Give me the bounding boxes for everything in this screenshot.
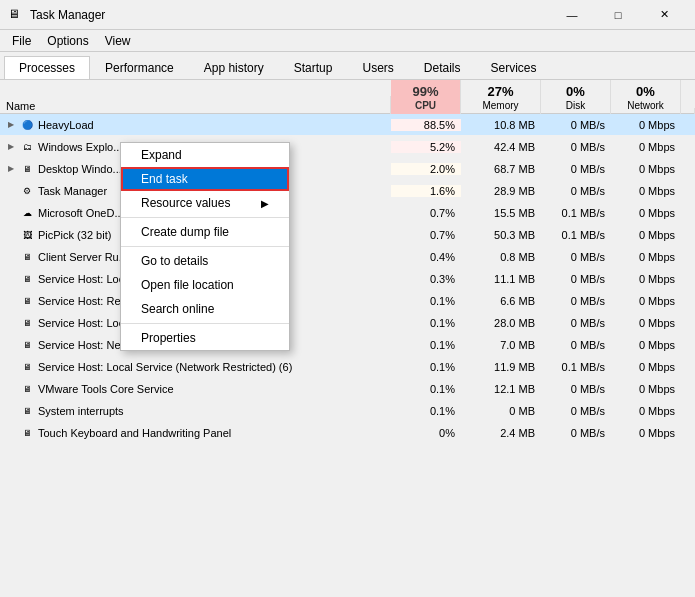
tab-services[interactable]: Services — [476, 56, 552, 79]
cpu-value: 0.1% — [391, 361, 461, 373]
memory-value: 12.1 MB — [461, 383, 541, 395]
expand-icon[interactable] — [6, 384, 16, 394]
process-name-label: Windows Explo... — [38, 141, 122, 153]
expand-icon[interactable]: ▶ — [6, 164, 16, 174]
expand-icon[interactable] — [6, 186, 16, 196]
app-icon: 🖥 — [8, 7, 24, 23]
col-disk[interactable]: 0% Disk — [541, 80, 611, 116]
maximize-button[interactable]: □ — [595, 0, 641, 30]
table-row[interactable]: ▶ 🖥 Desktop Windo... 2.0% 68.7 MB 0 MB/s… — [0, 158, 695, 180]
memory-value: 10.8 MB — [461, 119, 541, 131]
expand-icon[interactable] — [6, 274, 16, 284]
table-row[interactable]: 🖼 PicPick (32 bit) 0.7% 50.3 MB 0.1 MB/s… — [0, 224, 695, 246]
expand-icon[interactable]: ▶ — [6, 120, 16, 130]
process-icon: 🖥 — [20, 426, 34, 440]
ctx-go-to-details-label: Go to details — [141, 254, 208, 268]
menu-view[interactable]: View — [97, 32, 139, 50]
table-row[interactable]: 🖥 Service Host: Remote Procedure Call (2… — [0, 290, 695, 312]
table-row[interactable]: 🖥 System interrupts 0.1% 0 MB 0 MB/s 0 M… — [0, 400, 695, 422]
expand-icon[interactable] — [6, 362, 16, 372]
col-network[interactable]: 0% Network — [611, 80, 681, 116]
window-title: Task Manager — [30, 8, 549, 22]
process-icon: 🔵 — [20, 118, 34, 132]
table-row[interactable]: 🖥 Service Host: Local Service (Network R… — [0, 356, 695, 378]
process-name-label: Task Manager — [38, 185, 107, 197]
memory-value: 11.9 MB — [461, 361, 541, 373]
tab-users[interactable]: Users — [347, 56, 408, 79]
disk-value: 0 MB/s — [541, 339, 611, 351]
table-row[interactable]: 🖥 Service Host: Local System (18) 0.1% 2… — [0, 312, 695, 334]
minimize-button[interactable]: — — [549, 0, 595, 30]
ctx-properties-label: Properties — [141, 331, 196, 345]
table-row[interactable]: ▶ 🗂 Windows Explo... 5.2% 42.4 MB 0 MB/s… — [0, 136, 695, 158]
process-icon: 🗂 — [20, 140, 34, 154]
disk-label: Disk — [547, 100, 604, 112]
expand-icon[interactable] — [6, 318, 16, 328]
process-icon: 🖥 — [20, 162, 34, 176]
table-row[interactable]: 🖥 Service Host: Network Service (5) 0.1%… — [0, 334, 695, 356]
expand-icon[interactable] — [6, 252, 16, 262]
expand-icon[interactable] — [6, 208, 16, 218]
memory-value: 42.4 MB — [461, 141, 541, 153]
network-value: 0 Mbps — [611, 229, 681, 241]
ctx-create-dump[interactable]: Create dump file — [121, 220, 289, 244]
tab-app-history[interactable]: App history — [189, 56, 279, 79]
table-row[interactable]: ⚙ Task Manager 1.6% 28.9 MB 0 MB/s 0 Mbp… — [0, 180, 695, 202]
expand-icon[interactable] — [6, 340, 16, 350]
ctx-create-dump-label: Create dump file — [141, 225, 229, 239]
cpu-label: CPU — [397, 100, 454, 112]
network-value: 0 Mbps — [611, 251, 681, 263]
mem-label: Memory — [467, 100, 534, 112]
ctx-go-to-details[interactable]: Go to details — [121, 249, 289, 273]
cpu-value: 5.2% — [391, 141, 461, 153]
table-row[interactable]: ▶ 🔵 HeavyLoad 88.5% 10.8 MB 0 MB/s 0 Mbp… — [0, 114, 695, 136]
cpu-value: 2.0% — [391, 163, 461, 175]
tab-startup[interactable]: Startup — [279, 56, 348, 79]
ctx-resource-values[interactable]: Resource values ▶ — [121, 191, 289, 215]
tab-details[interactable]: Details — [409, 56, 476, 79]
col-memory[interactable]: 27% Memory — [461, 80, 541, 116]
ctx-search-online[interactable]: Search online — [121, 297, 289, 321]
ctx-end-task[interactable]: End task — [121, 167, 289, 191]
table-row[interactable]: 🖥 Client Server Ru... 0.4% 0.8 MB 0 MB/s… — [0, 246, 695, 268]
process-name-label: PicPick (32 bit) — [38, 229, 111, 241]
expand-icon[interactable]: ▶ — [6, 142, 16, 152]
memory-value: 68.7 MB — [461, 163, 541, 175]
table-row[interactable]: 🖥 VMware Tools Core Service 0.1% 12.1 MB… — [0, 378, 695, 400]
tab-processes[interactable]: Processes — [4, 56, 90, 79]
net-percent-display: 0% — [617, 84, 674, 100]
ctx-expand[interactable]: Expand — [121, 143, 289, 167]
col-name[interactable]: Name — [0, 96, 391, 116]
process-name: 🖥 Touch Keyboard and Handwriting Panel — [0, 426, 391, 440]
ctx-open-file-location[interactable]: Open file location — [121, 273, 289, 297]
expand-icon[interactable] — [6, 406, 16, 416]
process-icon: ☁ — [20, 206, 34, 220]
process-name-label: Service Host: Local Service (Network Res… — [38, 361, 292, 373]
table-row[interactable]: 🖥 Touch Keyboard and Handwriting Panel 0… — [0, 422, 695, 444]
menu-options[interactable]: Options — [39, 32, 96, 50]
process-icon: 🖥 — [20, 272, 34, 286]
network-value: 0 Mbps — [611, 317, 681, 329]
menubar: File Options View — [0, 30, 695, 52]
network-value: 0 Mbps — [611, 185, 681, 197]
process-name-label: HeavyLoad — [38, 119, 94, 131]
memory-value: 0 MB — [461, 405, 541, 417]
disk-value: 0 MB/s — [541, 405, 611, 417]
table-row[interactable]: 🖥 Service Host: Local Service (No Networ… — [0, 268, 695, 290]
cpu-percent-display: 99% — [397, 84, 454, 100]
tab-performance[interactable]: Performance — [90, 56, 189, 79]
col-cpu[interactable]: 99% CPU — [391, 80, 461, 116]
table-row[interactable]: ☁ Microsoft OneD... 0.7% 15.5 MB 0.1 MB/… — [0, 202, 695, 224]
expand-icon[interactable] — [6, 296, 16, 306]
ctx-open-file-location-label: Open file location — [141, 278, 234, 292]
memory-value: 7.0 MB — [461, 339, 541, 351]
process-icon: 🖥 — [20, 382, 34, 396]
expand-icon[interactable] — [6, 230, 16, 240]
expand-icon[interactable] — [6, 428, 16, 438]
network-value: 0 Mbps — [611, 119, 681, 131]
close-button[interactable]: ✕ — [641, 0, 687, 30]
ctx-properties[interactable]: Properties — [121, 326, 289, 350]
cpu-value: 0.1% — [391, 383, 461, 395]
cpu-value: 1.6% — [391, 185, 461, 197]
menu-file[interactable]: File — [4, 32, 39, 50]
